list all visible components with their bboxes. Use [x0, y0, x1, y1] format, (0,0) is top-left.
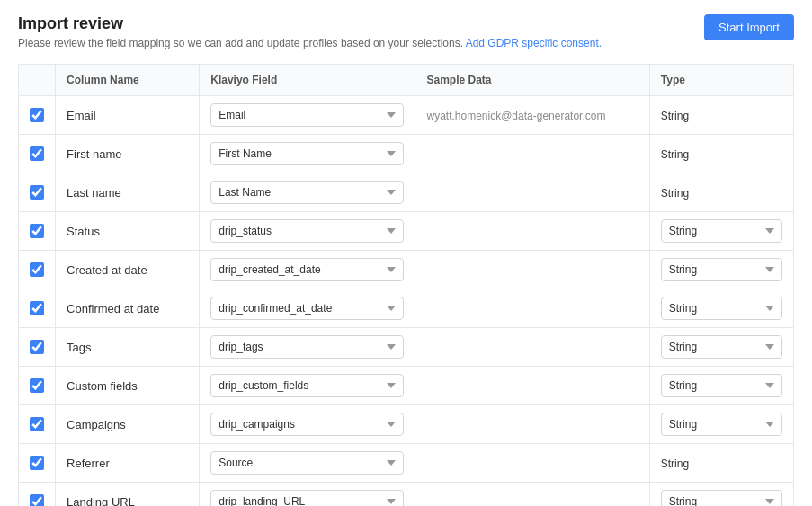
table-body: EmailEmailwyatt.homenick@data-generator.…: [19, 96, 794, 507]
klaviyo-field-cell: drip_confirmed_at_date: [200, 289, 415, 328]
table-row: Custom fieldsdrip_custom_fieldsString: [19, 367, 794, 405]
table-row: Last nameLast NameString: [19, 173, 794, 212]
sample-data-cell: [415, 328, 649, 367]
type-select[interactable]: String: [661, 297, 782, 320]
page-container: Import review Please review the field ma…: [0, 0, 812, 506]
sample-data-cell: [415, 135, 649, 173]
klaviyo-field-cell: drip_landing_URL: [200, 483, 415, 507]
sample-data-cell: [415, 444, 649, 483]
page-title: Import review: [18, 14, 602, 33]
checkbox-cell: [19, 444, 56, 483]
klaviyo-field-select[interactable]: Last Name: [210, 181, 404, 204]
column-name-cell: Created at date: [56, 251, 200, 289]
table-row: ReferrerSourceString: [19, 444, 794, 483]
checkbox-cell: [19, 483, 56, 507]
klaviyo-field-cell: Source: [200, 444, 415, 483]
column-name-cell: Custom fields: [56, 367, 200, 405]
type-text: String: [661, 148, 689, 161]
type-text: String: [661, 110, 689, 122]
klaviyo-field-select[interactable]: Email: [210, 103, 404, 127]
klaviyo-field-select[interactable]: drip_tags: [210, 335, 404, 359]
row-checkbox[interactable]: [30, 185, 44, 200]
klaviyo-field-select[interactable]: drip_campaigns: [210, 413, 404, 436]
row-checkbox[interactable]: [30, 146, 44, 161]
column-name-cell: Landing URL: [56, 483, 200, 507]
column-name-cell: Confirmed at date: [56, 289, 200, 328]
column-name-cell: First name: [56, 135, 200, 173]
type-select[interactable]: String: [661, 490, 782, 506]
klaviyo-field-cell: drip_tags: [200, 328, 415, 367]
table-row: Campaignsdrip_campaignsString: [19, 405, 794, 444]
sample-data-cell: wyatt.homenick@data-generator.com: [415, 96, 649, 135]
type-cell: String: [649, 173, 793, 212]
type-cell: String: [649, 251, 793, 289]
type-select[interactable]: String: [661, 374, 782, 397]
page-header: Import review Please review the field ma…: [18, 14, 794, 49]
import-table: Column Name Klaviyo Field Sample Data Ty…: [18, 64, 794, 506]
klaviyo-field-select[interactable]: First Name: [210, 142, 404, 165]
klaviyo-field-select[interactable]: drip_created_at_date: [210, 258, 404, 281]
table-row: Statusdrip_statusString: [19, 212, 794, 251]
header-checkbox-col: [19, 65, 56, 96]
checkbox-cell: [19, 289, 56, 328]
column-name-cell: Campaigns: [56, 405, 200, 444]
type-text: String: [661, 187, 689, 200]
column-name-cell: Referrer: [56, 444, 200, 483]
klaviyo-field-select[interactable]: Source: [210, 451, 404, 475]
type-select[interactable]: String: [661, 258, 782, 281]
checkbox-cell: [19, 135, 56, 173]
sample-data-text: wyatt.homenick@data-generator.com: [426, 110, 605, 122]
klaviyo-field-select[interactable]: drip_landing_URL: [210, 490, 404, 506]
klaviyo-field-select[interactable]: drip_confirmed_at_date: [210, 297, 404, 320]
type-cell: String: [649, 483, 793, 507]
type-cell: String: [649, 135, 793, 173]
klaviyo-field-cell: drip_campaigns: [200, 405, 415, 444]
checkbox-cell: [19, 367, 56, 405]
klaviyo-field-cell: Email: [200, 96, 415, 135]
type-cell: String: [649, 444, 793, 483]
type-select[interactable]: String: [661, 335, 782, 359]
klaviyo-field-cell: drip_created_at_date: [200, 251, 415, 289]
sample-data-cell: [415, 212, 649, 251]
table-row: First nameFirst NameString: [19, 135, 794, 173]
column-name-cell: Status: [56, 212, 200, 251]
row-checkbox[interactable]: [30, 417, 44, 431]
type-cell: String: [649, 289, 793, 328]
header-left: Import review Please review the field ma…: [18, 14, 602, 49]
type-cell: String: [649, 405, 793, 444]
type-cell: String: [649, 367, 793, 405]
type-select[interactable]: String: [661, 413, 782, 436]
row-checkbox[interactable]: [30, 340, 44, 354]
klaviyo-field-cell: First Name: [200, 135, 415, 173]
klaviyo-field-select[interactable]: drip_status: [210, 219, 404, 243]
header-column-name: Column Name: [56, 65, 200, 96]
table-row: Created at datedrip_created_at_dateStrin…: [19, 251, 794, 289]
type-cell: String: [649, 96, 793, 135]
header-sample-data: Sample Data: [415, 65, 649, 96]
row-checkbox[interactable]: [30, 262, 44, 277]
row-checkbox[interactable]: [30, 456, 44, 470]
checkbox-cell: [19, 405, 56, 444]
sample-data-cell: [415, 251, 649, 289]
checkbox-cell: [19, 173, 56, 212]
type-text: String: [661, 457, 689, 470]
row-checkbox[interactable]: [30, 378, 44, 393]
header-type: Type: [649, 65, 793, 96]
checkbox-cell: [19, 96, 56, 135]
row-checkbox[interactable]: [30, 301, 44, 315]
table-row: Confirmed at datedrip_confirmed_at_dateS…: [19, 289, 794, 328]
table-row: Tagsdrip_tagsString: [19, 328, 794, 367]
row-checkbox[interactable]: [30, 494, 44, 506]
type-select[interactable]: String: [661, 219, 782, 243]
gdpr-link[interactable]: Add GDPR specific consent.: [466, 37, 602, 49]
klaviyo-field-cell: Last Name: [200, 173, 415, 212]
column-name-cell: Tags: [56, 328, 200, 367]
sample-data-cell: [415, 483, 649, 507]
row-checkbox[interactable]: [30, 224, 44, 238]
start-import-button[interactable]: Start Import: [704, 14, 794, 40]
row-checkbox[interactable]: [30, 108, 44, 122]
klaviyo-field-select[interactable]: drip_custom_fields: [210, 374, 404, 397]
klaviyo-field-cell: drip_custom_fields: [200, 367, 415, 405]
type-cell: String: [649, 212, 793, 251]
checkbox-cell: [19, 328, 56, 367]
